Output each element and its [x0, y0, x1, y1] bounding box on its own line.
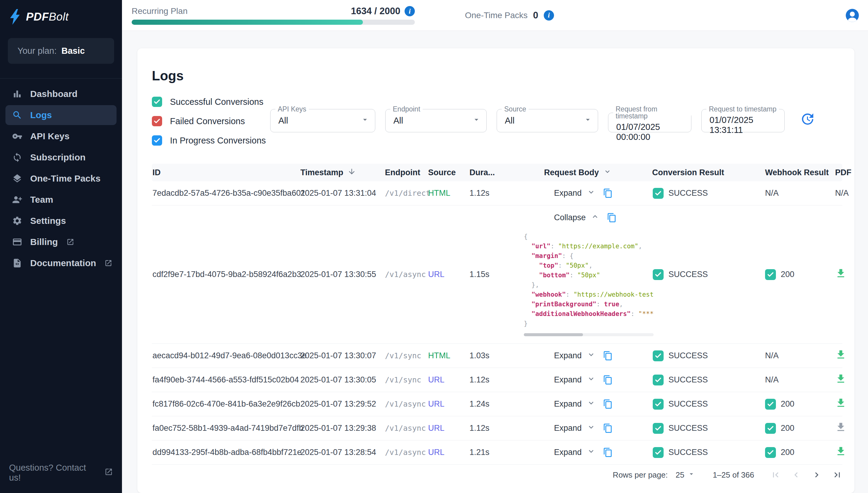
sidebar-item-logs[interactable]: Logs [5, 105, 116, 125]
source-select[interactable]: Source All [497, 106, 598, 132]
request-from-timestamp-field[interactable]: Request from timestamp 01/07/2025 00:00:… [608, 106, 691, 132]
sidebar-item-dashboard[interactable]: Dashboard [5, 84, 116, 104]
conversion-result-cell: SUCCESS [649, 269, 761, 280]
request-body-cell: Expand [543, 423, 649, 434]
sidebar-item-one-time-packs[interactable]: One-Time Packs [5, 169, 116, 189]
pdf-cell: N/A [833, 189, 849, 198]
sidebar-item-subscription[interactable]: Subscription [5, 147, 116, 167]
log-id: 7edacdb2-57a5-4726-b35a-c90e35fba601 [152, 189, 300, 198]
collapse-body-button[interactable]: Collapse [554, 212, 600, 223]
recurring-progress-track [132, 20, 415, 25]
success-badge: 200 [765, 447, 833, 458]
info-icon[interactable] [405, 6, 415, 16]
sidebar-item-documentation[interactable]: Documentation [5, 253, 116, 273]
info-icon[interactable] [544, 10, 554, 21]
recurring-plan-count: 1634 / 2000 [351, 6, 400, 17]
user-avatar[interactable] [844, 7, 860, 23]
log-timestamp: 2025-01-07 13:29:38 [300, 424, 384, 433]
expand-body-button[interactable]: Expand [554, 447, 596, 458]
sidebar-item-team[interactable]: Team [5, 190, 116, 210]
col-header-request-body[interactable]: Request Body [543, 167, 649, 178]
external-link-icon [104, 259, 112, 267]
refresh-logs-button[interactable] [800, 111, 815, 127]
pdf-cell [833, 267, 847, 281]
request-body-cell: Expand [543, 188, 649, 199]
rows-per-page-select[interactable]: 25 [676, 470, 695, 480]
download-pdf-icon[interactable] [835, 422, 847, 433]
webhook-result-cell: N/A [761, 375, 833, 385]
log-source: URL [427, 270, 469, 279]
filter-checkbox-failed-conversions[interactable]: Failed Conversions [152, 116, 270, 126]
sidebar-item-billing[interactable]: Billing [5, 232, 116, 252]
log-id: cdf2f9e7-17bd-4075-9ba2-b58924f6a2b3 [152, 270, 300, 279]
webhook-result-cell: 200 [761, 269, 833, 280]
col-header-timestamp[interactable]: Timestamp [300, 167, 384, 178]
log-duration: 1.24s [469, 399, 543, 409]
conversion-result-cell: SUCCESS [649, 423, 761, 434]
sidebar-item-settings[interactable]: Settings [5, 211, 116, 231]
expand-body-button[interactable]: Expand [554, 423, 596, 434]
expand-body-button[interactable]: Expand [554, 350, 596, 361]
main-area: Recurring Plan 1634 / 2000 One-Time Pack… [122, 0, 868, 493]
request-to-timestamp-field[interactable]: Request to timestamp 01/07/2025 13:31:11 [702, 106, 785, 132]
checkbox-checked-icon [152, 97, 162, 107]
check-icon [765, 423, 776, 434]
search-icon [12, 110, 22, 120]
conversion-result-label: 200 [781, 448, 794, 457]
copy-request-body-button[interactable] [603, 375, 613, 385]
expand-body-button[interactable]: Expand [554, 188, 596, 199]
next-page-button[interactable] [811, 470, 822, 480]
success-badge: SUCCESS [650, 350, 761, 361]
download-pdf-icon[interactable] [835, 397, 847, 409]
api-keys-select[interactable]: API Keys All [270, 106, 375, 132]
log-source: URL [427, 375, 469, 385]
log-duration: 1.12s [469, 375, 543, 385]
log-timestamp: 2025-01-07 13:30:05 [300, 375, 384, 385]
dropdown-arrow-icon [472, 115, 481, 126]
filter-checkbox-in-progress-conversions[interactable]: In Progress Conversions [152, 135, 270, 146]
download-pdf-icon[interactable] [835, 373, 847, 385]
previous-page-button[interactable] [791, 470, 801, 480]
code-horizontal-scrollbar[interactable] [524, 333, 654, 336]
expand-body-button[interactable]: Expand [554, 374, 596, 385]
success-badge: SUCCESS [650, 447, 761, 458]
download-pdf-icon[interactable] [835, 349, 847, 360]
success-badge: SUCCESS [650, 374, 761, 385]
sidebar-item-label: Subscription [30, 152, 85, 163]
checkbox-label: Failed Conversions [170, 116, 245, 126]
col-header-endpoint: Endpoint [384, 168, 427, 177]
copy-request-body-button[interactable] [603, 399, 613, 409]
request-to-value: 01/07/2025 13:31:11 [710, 115, 779, 135]
external-link-icon [105, 468, 113, 478]
filter-checkbox-successful-conversions[interactable]: Successful Conversions [152, 97, 270, 107]
download-pdf-icon[interactable] [835, 267, 847, 279]
sidebar-item-label: API Keys [30, 131, 69, 142]
contact-us-link[interactable]: Questions? Contact us! [0, 454, 122, 493]
check-icon [653, 374, 664, 385]
pdf-cell [833, 349, 847, 363]
first-page-button[interactable] [771, 470, 781, 480]
checkbox-label: In Progress Conversions [170, 136, 266, 146]
copy-request-body-button[interactable] [603, 351, 613, 361]
expand-body-button[interactable]: Expand [554, 399, 596, 410]
sidebar: PDFBolt Your plan: Basic DashboardLogsAP… [0, 0, 122, 493]
sync-icon [12, 152, 22, 163]
check-icon [653, 399, 664, 410]
download-pdf-icon[interactable] [835, 446, 847, 457]
chevron-down-icon [586, 374, 596, 385]
table-row: 7edacdb2-57a5-4726-b35a-c90e35fba6012025… [152, 181, 842, 206]
filter-fields: API Keys All Endpoint All Source All R [270, 106, 815, 132]
log-timestamp: 2025-01-07 13:28:54 [300, 448, 384, 457]
request-body-json: { "url": "https://example.com", "margin"… [524, 232, 654, 328]
log-timestamp: 2025-01-07 13:30:07 [300, 351, 384, 360]
log-source: HTML [427, 351, 469, 360]
copy-request-body-button[interactable] [603, 188, 613, 198]
conversion-result-label: SUCCESS [668, 375, 708, 385]
endpoint-select[interactable]: Endpoint All [385, 106, 487, 132]
copy-request-body-button[interactable] [603, 447, 613, 457]
sidebar-item-api-keys[interactable]: API Keys [5, 126, 116, 146]
last-page-button[interactable] [832, 470, 842, 480]
recurring-plan-usage: Recurring Plan 1634 / 2000 [132, 6, 415, 25]
copy-request-body-button[interactable] [603, 423, 613, 433]
copy-request-body-button[interactable] [607, 213, 617, 223]
